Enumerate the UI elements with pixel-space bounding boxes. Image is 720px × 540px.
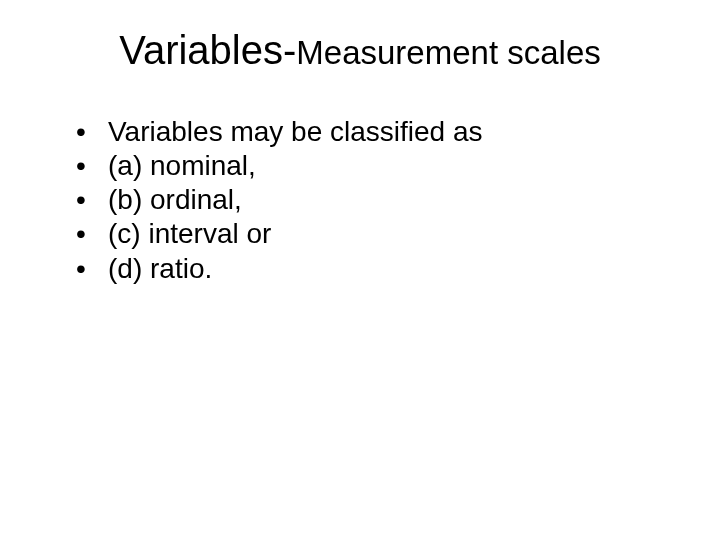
bullet-icon: • (76, 252, 108, 286)
list-item: • (c) interval or (76, 217, 670, 251)
bullet-icon: • (76, 217, 108, 251)
list-item: • (a) nominal, (76, 149, 670, 183)
title-main: Variables- (119, 28, 296, 72)
bullet-text: (d) ratio. (108, 252, 670, 286)
bullet-text: (c) interval or (108, 217, 670, 251)
bullet-text: (a) nominal, (108, 149, 670, 183)
list-item: • (b) ordinal, (76, 183, 670, 217)
bullet-icon: • (76, 115, 108, 149)
bullet-text: (b) ordinal, (108, 183, 670, 217)
bullet-icon: • (76, 183, 108, 217)
bullet-text: Variables may be classified as (108, 115, 670, 149)
list-item: • (d) ratio. (76, 252, 670, 286)
bullet-icon: • (76, 149, 108, 183)
list-item: • Variables may be classified as (76, 115, 670, 149)
bullet-list: • Variables may be classified as • (a) n… (50, 115, 670, 286)
slide-title: Variables-Measurement scales (50, 28, 670, 73)
title-sub: Measurement scales (296, 34, 600, 71)
